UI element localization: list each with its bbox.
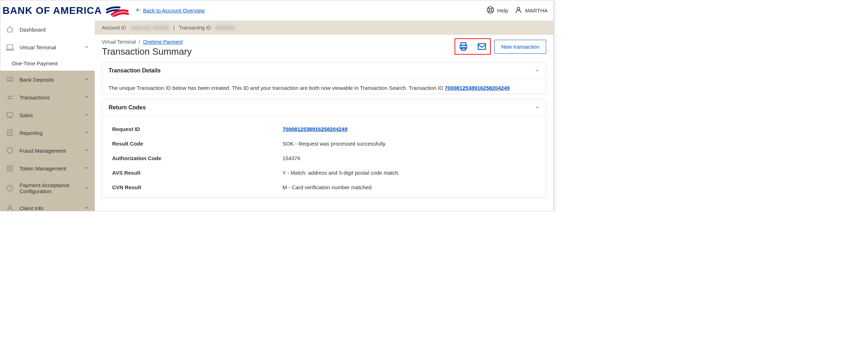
- print-icon: [458, 42, 468, 51]
- account-id-value: redacted_000000: [130, 25, 169, 31]
- transaction-id-link[interactable]: 7000812538916258204249: [445, 85, 510, 91]
- breadcrumb: Virtual Terminal / Onetime Payment: [102, 39, 192, 45]
- page-header-row: Virtual Terminal / Onetime Payment Trans…: [102, 38, 546, 57]
- brand-mark-icon: [105, 5, 129, 17]
- sidebar-subitem-label: One-Time Payment: [12, 60, 58, 66]
- transaction-message-text: The unique Transaction ID below has been…: [109, 85, 445, 91]
- row-key: AVS Result: [109, 170, 282, 176]
- svg-rect-3: [7, 45, 13, 49]
- sidebar-item-label: Transactions: [20, 94, 50, 100]
- chevron-down-icon: [84, 130, 89, 136]
- print-button[interactable]: [457, 40, 469, 53]
- breadcrumb-link-onetime-payment[interactable]: Onetime Payment: [143, 39, 183, 45]
- new-transaction-button[interactable]: New transaction: [494, 40, 546, 54]
- row-key: Result Code: [109, 141, 282, 147]
- brand-logo: BANK OF AMERICA: [2, 5, 129, 17]
- body-row: Dashboard Virtual Terminal One-Time Paym…: [0, 21, 553, 211]
- home-icon: [6, 26, 14, 33]
- user-name: MARTHA: [525, 7, 548, 13]
- client-icon: [6, 204, 14, 211]
- content-area: Account ID redacted_000000 | Transacting…: [95, 21, 553, 211]
- app-window: BANK OF AMERICA Back to Account Overview: [0, 0, 554, 211]
- transactions-icon: [6, 93, 14, 101]
- sidebar-item-sales[interactable]: Sales: [0, 106, 95, 124]
- return-codes-row-request-id: Request ID 7000812538916258204249: [109, 122, 539, 136]
- sidebar-item-label: Bank Deposits: [20, 77, 54, 83]
- sidebar-item-token-management[interactable]: Token Management: [0, 159, 95, 177]
- terminal-icon: [6, 43, 14, 51]
- svg-point-1: [489, 9, 491, 11]
- row-value: SOK - Request was processed successfully…: [282, 141, 386, 147]
- sidebar-item-reporting[interactable]: Reporting: [0, 124, 95, 142]
- sidebar-item-label: Payment Acceptance Configuration: [20, 182, 73, 194]
- sidebar-item-bank-deposits[interactable]: Bank Deposits: [0, 71, 95, 88]
- caret-up-icon: [535, 67, 539, 74]
- sidebar-item-client-info[interactable]: Client Info: [0, 199, 95, 211]
- panel-title: Return Codes: [109, 104, 146, 111]
- return-codes-row-avs-result: AVS Result Y - Match: address and 5-digi…: [109, 165, 539, 180]
- sidebar-item-dashboard[interactable]: Dashboard: [0, 21, 95, 38]
- breadcrumb-root: Virtual Terminal: [102, 39, 136, 45]
- user-icon: [515, 6, 522, 15]
- svg-point-2: [517, 7, 520, 10]
- info-bar: Account ID redacted_000000 | Transacting…: [95, 21, 553, 35]
- panel-transaction-details: Transaction Details The unique Transacti…: [102, 62, 546, 94]
- chevron-down-icon: [84, 205, 89, 211]
- highlighted-action-icons: [455, 38, 491, 55]
- brand-text: BANK OF AMERICA: [2, 5, 102, 16]
- user-menu-button[interactable]: MARTHA: [515, 6, 548, 15]
- chevron-down-icon: [84, 94, 89, 100]
- sidebar-item-payment-acceptance-configuration[interactable]: Payment Acceptance Configuration: [0, 177, 95, 199]
- header-right: Help MARTHA: [487, 6, 548, 15]
- page-actions: New transaction: [455, 38, 546, 55]
- help-button[interactable]: Help: [487, 6, 508, 15]
- chevron-up-icon: [84, 44, 89, 50]
- sidebar-item-fraud-management[interactable]: Fraud Management: [0, 142, 95, 159]
- return-codes-row-result-code: Result Code SOK - Request was processed …: [109, 136, 539, 151]
- chevron-down-icon: [84, 148, 89, 154]
- sidebar-item-virtual-terminal[interactable]: Virtual Terminal: [0, 38, 95, 56]
- transacting-id-label: Transacting ID: [179, 25, 211, 31]
- row-key: Request ID: [109, 126, 282, 132]
- row-value: 154376: [282, 155, 300, 161]
- panel-title: Transaction Details: [109, 67, 161, 74]
- panel-header-return-codes[interactable]: Return Codes: [102, 99, 546, 116]
- report-icon: [6, 129, 14, 137]
- row-key: CVN Result: [109, 184, 282, 190]
- return-codes-row-authorization-code: Authorization Code 154376: [109, 151, 539, 165]
- config-icon: [6, 184, 14, 192]
- lifebuoy-icon: [487, 6, 494, 15]
- breadcrumb-separator: /: [139, 39, 140, 45]
- svg-rect-14: [478, 44, 486, 49]
- svg-point-10: [9, 206, 11, 208]
- row-key: Authorization Code: [109, 155, 282, 161]
- sales-icon: [6, 111, 14, 119]
- email-button[interactable]: [476, 40, 488, 53]
- top-header: BANK OF AMERICA Back to Account Overview: [0, 0, 553, 21]
- panel-return-codes: Return Codes Request ID 7000812538916258…: [102, 99, 546, 198]
- sidebar-item-label: Virtual Terminal: [20, 44, 56, 50]
- sidebar-item-label: Token Management: [20, 165, 66, 171]
- transacting-id-value: 0000000: [215, 25, 235, 31]
- page-title: Transaction Summary: [102, 46, 192, 57]
- sidebar-item-label: Client Info: [20, 205, 44, 211]
- request-id-link[interactable]: 7000812538916258204249: [282, 126, 348, 132]
- svg-rect-7: [7, 166, 13, 171]
- chevron-down-icon: [84, 112, 89, 118]
- mail-icon: [477, 42, 487, 51]
- sidebar-subitem-one-time-payment[interactable]: One-Time Payment: [0, 56, 95, 71]
- caret-up-icon: [535, 104, 539, 111]
- return-codes-row-cvn-result: CVN Result M - Card verification number …: [109, 180, 539, 195]
- back-link-wrap[interactable]: Back to Account Overview: [135, 7, 205, 14]
- infobar-separator: |: [173, 25, 175, 31]
- svg-point-8: [9, 167, 11, 169]
- row-value: M - Card verification number matched.: [282, 184, 373, 190]
- sidebar-item-transactions[interactable]: Transactions: [0, 88, 95, 106]
- sidebar-item-label: Fraud Management: [20, 148, 66, 154]
- chevron-down-icon: [84, 77, 89, 83]
- panel-header-transaction-details[interactable]: Transaction Details: [102, 62, 546, 79]
- back-to-overview-link[interactable]: Back to Account Overview: [143, 7, 205, 13]
- account-id-label: Account ID: [102, 25, 126, 31]
- chevron-down-icon: [84, 165, 89, 171]
- sidebar-item-label: Dashboard: [20, 27, 45, 33]
